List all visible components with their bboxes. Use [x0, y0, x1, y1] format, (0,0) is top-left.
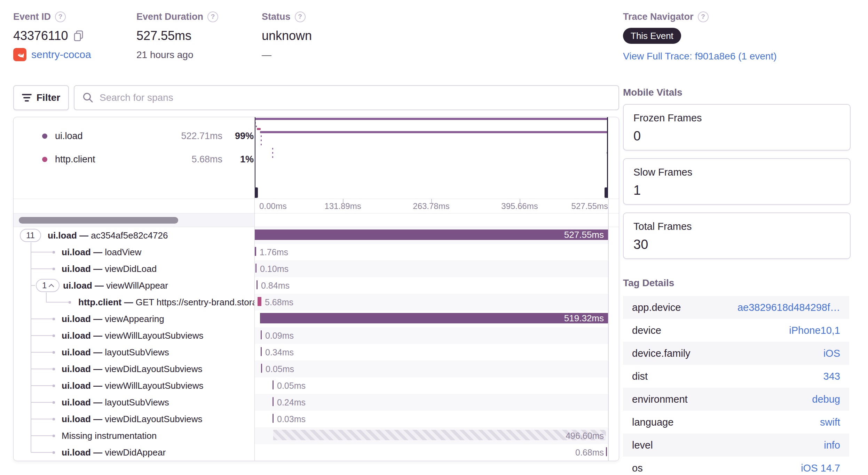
span-waterfall-cell[interactable]: 527.55ms: [254, 227, 619, 244]
minimap-span-mark: [272, 152, 273, 154]
span-row[interactable]: ui.load — viewDidLoad0.10ms: [14, 260, 619, 277]
tag-row: device.familyiOS: [623, 342, 849, 365]
minimap-right-handle[interactable]: [607, 117, 608, 198]
span-tick[interactable]: [257, 280, 258, 289]
span-bar[interactable]: 519.32ms: [260, 313, 608, 323]
span-tree-cell[interactable]: ui.load — viewAppearing: [14, 311, 254, 327]
span-tick[interactable]: [273, 397, 274, 406]
vital-card: Slow Frames1: [623, 158, 851, 205]
span-row[interactable]: 11ui.load — ac354af5e82c4726527.55ms: [14, 227, 619, 244]
help-icon[interactable]: ?: [207, 11, 218, 22]
span-waterfall-cell[interactable]: 0.05ms: [254, 361, 619, 377]
minimap-left-grip[interactable]: [254, 187, 258, 198]
span-tick[interactable]: [273, 380, 274, 389]
help-icon[interactable]: ?: [55, 11, 66, 22]
span-waterfall-cell[interactable]: 0.84ms: [254, 277, 619, 294]
span-waterfall-cell[interactable]: 0.10ms: [254, 260, 619, 277]
span-waterfall-cell[interactable]: 0.09ms: [254, 327, 619, 344]
span-row[interactable]: ui.load — viewWillLayoutSubviews0.05ms: [14, 377, 619, 394]
tag-value-link[interactable]: ae3829618d484298f…: [737, 302, 840, 313]
span-tree-cell[interactable]: ui.load — viewDidLayoutSubviews: [14, 361, 254, 377]
span-waterfall-cell[interactable]: 0.05ms: [254, 377, 619, 394]
span-row[interactable]: 1ui.load — viewWillAppear0.84ms: [14, 277, 619, 294]
help-icon[interactable]: ?: [698, 11, 709, 22]
span-waterfall-cell[interactable]: 519.32ms: [254, 311, 619, 327]
span-waterfall-cell[interactable]: 0.34ms: [254, 344, 619, 361]
project-link[interactable]: sentry-cocoa: [31, 49, 91, 61]
span-tick[interactable]: [273, 414, 274, 423]
span-tree-cell[interactable]: ui.load — loadView: [14, 244, 254, 260]
span-row[interactable]: http.client — GET https://sentry-brand.s…: [14, 294, 619, 311]
span-row[interactable]: ui.load — layoutSubViews0.24ms: [14, 394, 619, 411]
minimap[interactable]: [254, 117, 608, 199]
span-waterfall-cell[interactable]: 0.24ms: [254, 394, 619, 411]
event-id-value: 43376110: [13, 29, 68, 43]
copy-icon[interactable]: [73, 30, 84, 42]
span-tree-cell[interactable]: ui.load — viewWillLayoutSubviews: [14, 327, 254, 344]
span-row[interactable]: ui.load — viewDidLayoutSubviews0.03ms: [14, 411, 619, 427]
span-waterfall-cell[interactable]: 0.68ms: [254, 444, 619, 461]
scrollbar-thumb[interactable]: [19, 217, 178, 224]
span-duration-label: 0.34ms: [265, 344, 294, 361]
tag-value-link[interactable]: debug: [812, 394, 840, 405]
tag-value-link[interactable]: info: [824, 440, 840, 451]
span-row[interactable]: Missing instrumentation496.60ms: [14, 427, 619, 444]
legend-item[interactable]: ui.load522.71ms99%: [14, 128, 254, 144]
op-color-dot: [42, 134, 47, 139]
scrollbar-track[interactable]: [14, 214, 254, 227]
legend-item[interactable]: http.client5.68ms1%: [14, 152, 254, 167]
span-tick[interactable]: [261, 330, 262, 339]
time-axis: 0.00ms131.89ms263.78ms395.66ms527.55ms: [14, 199, 619, 213]
span-bar[interactable]: 527.55ms: [254, 230, 608, 240]
tag-value-link[interactable]: iOS 14.7: [801, 462, 840, 474]
tag-value-link[interactable]: 343: [823, 371, 840, 382]
tag-value-link[interactable]: iOS: [823, 348, 840, 359]
span-waterfall-cell[interactable]: 5.68ms: [254, 294, 619, 311]
span-tree-cell[interactable]: ui.load — viewWillLayoutSubviews: [14, 377, 254, 394]
vital-label: Slow Frames: [633, 167, 840, 178]
event-duration-label: Event Duration: [136, 11, 203, 22]
span-tick[interactable]: [255, 264, 257, 273]
tree-connector-dot: [53, 385, 55, 387]
span-tree-cell[interactable]: Missing instrumentation: [14, 427, 254, 444]
span-tree-cell[interactable]: 1ui.load — viewWillAppear: [14, 277, 254, 294]
missing-instrumentation-bar[interactable]: [273, 430, 606, 440]
axis-tick-label: 527.55ms: [571, 199, 608, 214]
span-row[interactable]: ui.load — viewAppearing519.32ms: [14, 311, 619, 327]
span-tree-cell[interactable]: ui.load — layoutSubViews: [14, 344, 254, 361]
span-waterfall-cell[interactable]: 0.03ms: [254, 411, 619, 427]
span-waterfall-cell[interactable]: 1.76ms: [254, 244, 619, 260]
tag-row: app.deviceae3829618d484298f…: [623, 296, 849, 319]
span-duration-label: 0.05ms: [277, 377, 306, 394]
tag-value-link[interactable]: swift: [820, 417, 840, 428]
tag-value-link[interactable]: iPhone10,1: [789, 325, 840, 336]
span-tick[interactable]: [258, 297, 261, 306]
filter-button[interactable]: Filter: [13, 85, 69, 110]
span-tree-cell[interactable]: ui.load — viewDidLayoutSubviews: [14, 411, 254, 427]
span-children-badge[interactable]: 11: [20, 229, 41, 242]
span-row[interactable]: ui.load — viewDidLayoutSubviews0.05ms: [14, 361, 619, 377]
span-detail-page: Event ID ? 43376110 sentry-cocoa Event D…: [0, 0, 868, 475]
span-tree-cell[interactable]: 11ui.load — ac354af5e82c4726: [14, 227, 254, 244]
span-row[interactable]: ui.load — viewWillLayoutSubviews0.09ms: [14, 327, 619, 344]
span-tick[interactable]: [606, 447, 607, 456]
view-full-trace-link[interactable]: View Full Trace: f901a8e6 (1 event): [623, 51, 777, 62]
minimap-right-grip[interactable]: [605, 187, 608, 198]
span-row[interactable]: ui.load — loadView1.76ms: [14, 244, 619, 260]
span-tree-cell[interactable]: ui.load — layoutSubViews: [14, 394, 254, 411]
tree-waterfall-divider[interactable]: [254, 117, 255, 461]
help-icon[interactable]: ?: [295, 11, 306, 22]
span-tick[interactable]: [261, 347, 262, 356]
tag-key: os: [632, 462, 643, 474]
span-row[interactable]: ui.load — viewDidAppear0.68ms: [14, 444, 619, 461]
span-tree-cell[interactable]: ui.load — viewDidLoad: [14, 260, 254, 277]
span-waterfall-cell[interactable]: 496.60ms: [254, 427, 619, 444]
search-input[interactable]: [100, 92, 611, 103]
span-tree-cell[interactable]: ui.load — viewDidAppear: [14, 444, 254, 461]
span-row[interactable]: ui.load — layoutSubViews0.34ms: [14, 344, 619, 361]
span-tick[interactable]: [255, 247, 256, 256]
span-label: ui.load — viewDidLayoutSubviews: [62, 411, 203, 427]
span-tree-cell[interactable]: http.client — GET https://sentry-brand.s…: [14, 294, 254, 311]
span-tick[interactable]: [261, 364, 262, 373]
span-children-badge[interactable]: 1: [36, 279, 60, 292]
